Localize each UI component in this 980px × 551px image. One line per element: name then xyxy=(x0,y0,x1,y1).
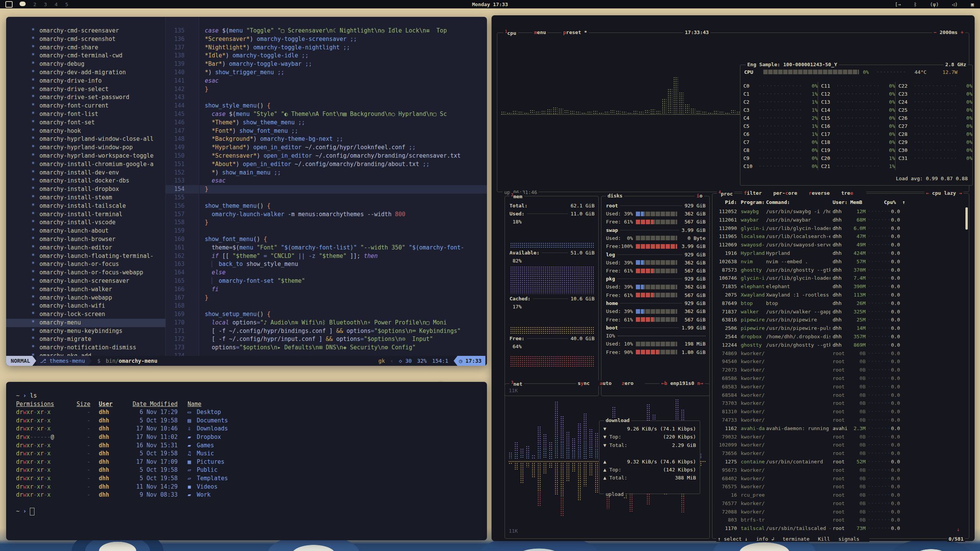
process-row[interactable]: 112061waybar/usr/bin/waybardhh68M·······… xyxy=(712,216,964,224)
workspace-4[interactable]: 4 xyxy=(55,2,58,7)
proc-option-tab[interactable]: reverse xyxy=(809,190,830,196)
process-row[interactable]: 112069swayosd-/usr/bin/swayosd-serverdhh… xyxy=(712,241,964,249)
code-line[interactable]: fi xyxy=(199,285,487,294)
code-line[interactable]: *) show_main_menu ;; xyxy=(199,169,487,177)
process-row[interactable]: 63816pipewire/usr/bin/pipewiredhh25M····… xyxy=(712,316,964,324)
logout-icon[interactable]: [→ xyxy=(895,2,901,7)
volume-icon[interactable]: ◁) xyxy=(952,2,958,7)
proc-option-tabs[interactable]: filterper-corereversetree xyxy=(742,190,866,196)
workspace-3[interactable]: 3 xyxy=(44,2,47,7)
code-pane[interactable]: case $(menu "Toggle" "▢ Screensaver\n☾ N… xyxy=(199,17,487,356)
code-line[interactable]: local options="♪ Audio\n≋ Wifi\nᛒ Blueto… xyxy=(199,319,487,327)
file-item[interactable]: *omarchy-install-tailscale xyxy=(6,202,165,210)
file-item[interactable]: *omarchy-launch-screensaver xyxy=(6,277,165,285)
file-item[interactable]: *omarchy-menu-keybindings xyxy=(6,327,165,336)
file-item[interactable]: *omarchy-debug xyxy=(6,60,165,68)
process-row[interactable]: 73656kworker/root0B·········0.0 xyxy=(712,449,964,458)
file-item[interactable]: *omarchy-hyprland-window-close-all xyxy=(6,135,165,143)
dir-name[interactable]: Music xyxy=(197,450,214,457)
process-row[interactable]: 1916HyprlandHyprlanddhh424M·········0.0 xyxy=(712,249,964,258)
process-row[interactable]: 68584kworker/root0B·········0.0 xyxy=(712,391,964,399)
code-line[interactable]: show_setup_menu() { xyxy=(199,310,487,319)
process-row[interactable]: 87649btopbtopdhh26M·········0.0 xyxy=(712,299,964,308)
code-line[interactable]: *Font*) show_font_menu ;; xyxy=(199,127,487,135)
code-line[interactable]: esac xyxy=(199,177,487,185)
code-line[interactable]: *Background*) omarchy-theme-bg-next ;; xyxy=(199,135,487,143)
process-row[interactable]: 71837walker/usr/bin/walker --gappldhh325… xyxy=(712,308,964,316)
process-row[interactable]: 2506pipewire/usr/bin/pipewire-pulsedhh14… xyxy=(712,324,964,333)
dir-name[interactable]: Videos xyxy=(197,483,217,490)
code-line[interactable]: *Theme*) show_theme_menu ;; xyxy=(199,119,487,127)
code-line[interactable] xyxy=(199,302,487,310)
dir-name[interactable]: Public xyxy=(197,466,217,473)
process-row[interactable]: 111965localsea/usr/lib/localsearch-exdhh… xyxy=(712,232,964,241)
code-line[interactable]: show_theme_menu() { xyxy=(199,202,487,210)
file-item[interactable]: *omarchy-drive-set-password xyxy=(6,93,165,102)
code-line[interactable]: [ -f ~/.config/hypr/input.conf ] && opti… xyxy=(199,335,487,344)
col-user[interactable]: User: xyxy=(833,198,848,206)
proc-scrollbar[interactable] xyxy=(965,207,968,230)
process-row[interactable]: 72073kworker/root0B·········0.0 xyxy=(712,366,964,374)
dir-name[interactable]: Documents xyxy=(197,417,228,424)
dir-name[interactable]: Desktop xyxy=(197,409,221,416)
mem-box-title[interactable]: 2mem xyxy=(510,193,524,199)
process-row[interactable]: 68402kworker/root0B·········0.0 xyxy=(712,474,964,483)
code-line[interactable]: omarchy-launch-walker -m menus:omarchyth… xyxy=(199,210,487,219)
file-item[interactable]: *omarchy-cmd-screenshot xyxy=(6,35,165,44)
file-item[interactable]: *omarchy-launch-or-focus-webapp xyxy=(6,269,165,277)
code-line[interactable]: options="$options\n▸ Defaults\n⊞ DNS\n◈ … xyxy=(199,344,487,352)
code-line[interactable]: ▏ back_to show_style_menu xyxy=(199,260,487,269)
file-item[interactable]: *omarchy-hook xyxy=(6,127,165,135)
workspace-5[interactable]: 5 xyxy=(65,2,68,7)
cpu-icon[interactable]: ▣ xyxy=(971,2,974,7)
file-item[interactable]: *omarchy-notification-dismiss xyxy=(6,344,165,352)
terminal-window[interactable]: ~ › lsPermissionsSizeUserDate ModifiedNa… xyxy=(6,382,487,540)
col-pid[interactable]: Pid: xyxy=(712,198,737,206)
proc-footer-action[interactable]: ↑ select ↓ xyxy=(718,536,748,542)
process-row[interactable]: 1162avahi-daavahi-daemon: running [avahi… xyxy=(712,424,964,433)
code-line[interactable]: *) show_trigger_menu ;; xyxy=(199,68,487,77)
proc-footer-action[interactable]: signals xyxy=(838,536,859,542)
code-line[interactable] xyxy=(199,352,487,356)
process-row[interactable]: 68586kworker/root0B·········0.0 xyxy=(712,374,964,383)
dir-name[interactable]: Games xyxy=(197,442,214,449)
preset-button[interactable]: preset * xyxy=(562,29,589,35)
process-row[interactable]: 2075XwaylandXwayland :1 -rootless -dhh11… xyxy=(712,291,964,299)
net-box-title[interactable]: 3net xyxy=(510,380,524,387)
dir-name[interactable]: Work xyxy=(197,491,211,498)
code-line[interactable]: *Screensaver*) omarchy-toggle-screensave… xyxy=(199,35,487,44)
process-row[interactable]: 74869kworker/root0B·········0.0 xyxy=(712,349,964,358)
process-row[interactable]: 76577kworker/root0B·········0.0 xyxy=(712,499,964,508)
proc-box-title[interactable]: 4proc xyxy=(717,190,734,197)
code-line[interactable]: *Bar*) omarchy-toggle-waybar ;; xyxy=(199,60,487,68)
code-line[interactable]: if [[ "$theme" = "CNCLD" || -z "$theme" … xyxy=(199,252,487,261)
code-line[interactable]: } xyxy=(199,85,487,94)
code-line[interactable]: show_style_menu() { xyxy=(199,102,487,110)
code-line[interactable] xyxy=(199,93,487,102)
file-item[interactable]: *omarchy-cmd-share xyxy=(6,44,165,52)
code-line[interactable]: ▏ omarchy-font-set "$theme" xyxy=(199,277,487,285)
file-item[interactable]: *omarchy-launch-browser xyxy=(6,235,165,244)
process-list[interactable]: 112052swaybg/usr/bin/swaybg -i /homdhh12… xyxy=(712,207,964,533)
code-line[interactable]: show_font_menu() { xyxy=(199,235,487,244)
code-line[interactable]: else xyxy=(199,269,487,277)
code-line[interactable]: *Nightlight*) omarchy-toggle-nightlight … xyxy=(199,44,487,52)
net-tab[interactable]: auto xyxy=(599,380,611,386)
code-line[interactable]: case $(menu "Style" "◐ Theme\nA Font\n▤ … xyxy=(199,110,487,119)
file-item[interactable]: *omarchy-hyprland-window-pop xyxy=(6,143,165,152)
workspace-2[interactable]: 2 xyxy=(33,2,36,7)
file-item[interactable]: *omarchy-install-chromium-google-a xyxy=(6,160,165,169)
code-line[interactable]: *Idle*) omarchy-toggle-idle ;; xyxy=(199,52,487,60)
process-row[interactable]: 102638nvimnvim --embed .dhh57M·········0… xyxy=(712,258,964,266)
code-line[interactable]: } xyxy=(199,218,487,227)
file-item[interactable]: *omarchy-launch-walker xyxy=(6,285,165,294)
process-row[interactable]: 81310kworker/root0B·········0.0 xyxy=(712,408,964,416)
process-row[interactable]: 76575kworker/root0B·········0.0 xyxy=(712,483,964,491)
code-line[interactable]: *About*) open_in_editor ~/.config/omarch… xyxy=(199,160,487,169)
process-row[interactable]: 73703kworker/root0B·········0.0 xyxy=(712,399,964,408)
disks-box-title[interactable]: disks xyxy=(606,193,624,199)
code-line[interactable]: } xyxy=(199,185,487,194)
code-line[interactable] xyxy=(199,227,487,235)
file-item[interactable]: *omarchy-install-steam xyxy=(6,194,165,202)
code-line[interactable]: } xyxy=(199,294,487,302)
